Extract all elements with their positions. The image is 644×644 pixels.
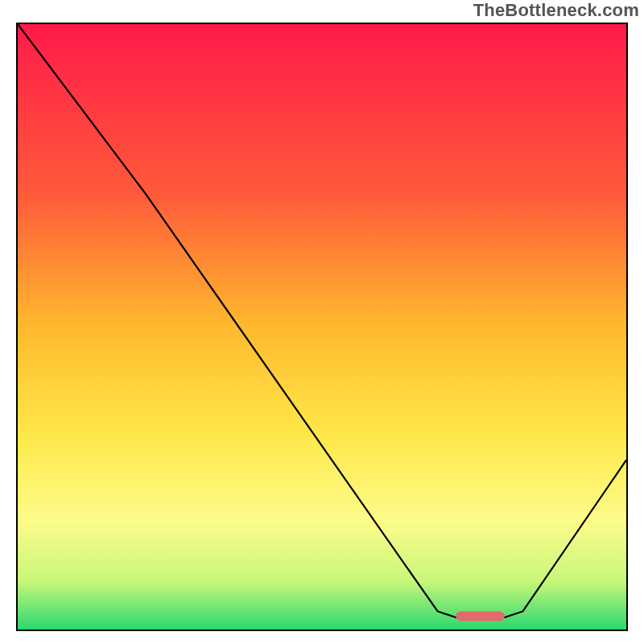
watermark-text: TheBottleneck.com xyxy=(473,0,639,21)
chart-svg xyxy=(18,24,626,630)
plot-area xyxy=(16,23,628,631)
chart-frame: TheBottleneck.com xyxy=(0,0,644,644)
optimum-marker xyxy=(456,611,504,621)
chart-background xyxy=(18,24,626,630)
